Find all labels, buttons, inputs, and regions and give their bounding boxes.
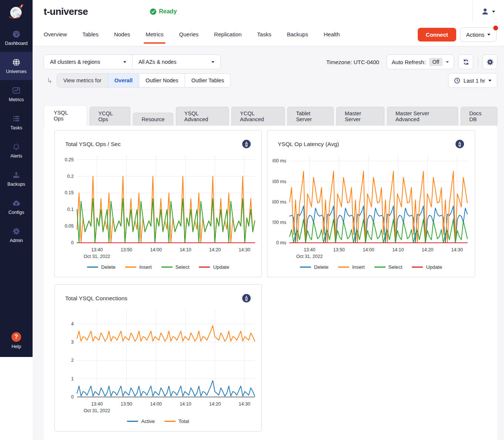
sidebar-item-universes[interactable]: Universes	[0, 52, 33, 80]
actions-button[interactable]: Actions	[460, 27, 497, 42]
legend-item-delete[interactable]: Delete	[300, 264, 328, 270]
x-tick-label: 14:30	[239, 247, 250, 252]
tab-overview[interactable]: Overview	[44, 24, 67, 46]
auto-refresh-value: Off	[429, 58, 443, 66]
legend-label: Insert	[352, 264, 365, 270]
sidebar: Dashboard Universes Metrics	[0, 0, 33, 357]
time-range-select[interactable]: Last 1 hr	[448, 73, 497, 88]
user-menu[interactable]	[472, 1, 504, 22]
legend-item-delete[interactable]: Delete	[87, 264, 116, 270]
sidebar-item-label: Alerts	[10, 153, 22, 159]
sidebar-item-tasks[interactable]: Tasks	[0, 108, 33, 136]
metric-tab-ysql-advanced[interactable]: YSQL Advanced	[176, 107, 229, 126]
x-tick-label: 14:30	[451, 247, 463, 252]
chevron-down-icon	[492, 11, 495, 13]
prometheus-icon[interactable]	[242, 139, 251, 149]
tab-metrics[interactable]: Metrics	[146, 24, 163, 46]
scope-outlier-nodes[interactable]: Outlier Nodes	[139, 74, 185, 87]
tab-tables[interactable]: Tables	[83, 24, 99, 46]
x-tick-label: 14:30	[239, 401, 250, 407]
x-tick-label: 14:10	[180, 401, 191, 407]
metric-tab-ycql-ops[interactable]: YCQL Ops	[90, 107, 130, 126]
chart-plot[interactable]: 0123413:40Oct 31, 202213:5014:0014:1014:…	[60, 306, 256, 418]
series-line-total	[77, 325, 255, 341]
legend-swatch	[161, 267, 173, 268]
timezone-label: Timezone: UTC-0400	[326, 59, 379, 65]
x-axis-date-label: Oct 31, 2022	[84, 254, 110, 259]
chart-legend: ActiveTotal	[60, 419, 256, 424]
sidebar-item-configs[interactable]: Configs	[0, 193, 33, 221]
tab-backups[interactable]: Backups	[287, 24, 308, 46]
y-tick-label: 3	[71, 340, 74, 345]
scope-overall[interactable]: Overall	[108, 74, 139, 87]
tab-health[interactable]: Health	[324, 24, 340, 46]
sidebar-item-label: Backups	[7, 182, 25, 187]
metric-tab-master-server-advanced[interactable]: Master Server Advanced	[387, 107, 458, 126]
azs-nodes-select[interactable]: All AZs & nodes	[132, 55, 220, 69]
metric-tab-ysql-ops[interactable]: YSQL Ops	[44, 105, 87, 126]
list-icon	[12, 114, 21, 123]
sidebar-item-label: Universes	[6, 69, 27, 74]
tab-replication[interactable]: Replication	[214, 24, 241, 46]
brand-logo[interactable]	[0, 0, 33, 24]
legend-item-select[interactable]: Select	[374, 264, 403, 270]
title-row: t-universe Ready	[33, 0, 504, 23]
help-icon: ?	[11, 332, 21, 342]
x-axis-date-label: Oct 31, 2022	[296, 254, 323, 259]
x-tick-label: 13:40	[91, 247, 103, 252]
legend-item-insert[interactable]: Insert	[338, 264, 365, 270]
clusters-regions-select[interactable]: All clusters & regions	[44, 55, 132, 69]
chart-plot[interactable]: 00.050.10.150.20.2513:40Oct 31, 202213:5…	[60, 152, 256, 264]
clusters-regions-value: All clusters & regions	[50, 59, 100, 65]
prometheus-icon[interactable]	[455, 139, 464, 149]
x-axis-date-label: Oct 31, 2022	[84, 408, 110, 413]
metrics-panel: Total YSQL Ops / Sec 00.050.10.150.	[44, 126, 497, 440]
sidebar-item-metrics[interactable]: Metrics	[0, 80, 33, 108]
chart-card-ysql-op-latency: YSQL Op Latency (Avg) 0 ms200 ms400	[267, 130, 475, 277]
legend-label: Delete	[314, 264, 328, 270]
tab-tasks[interactable]: Tasks	[257, 24, 271, 46]
legend-swatch	[125, 267, 136, 268]
chart-card-total-ysql-connections: Total YSQL Connections 0123413:40Oc	[54, 284, 262, 431]
legend-swatch	[164, 421, 176, 422]
sidebar-item-backups[interactable]: Backups	[0, 165, 33, 193]
x-tick-label: 14:20	[209, 247, 221, 252]
metrics-content: All clusters & regions All AZs & nodes T…	[33, 46, 504, 440]
y-tick-label: 0.2	[67, 174, 74, 179]
y-tick-label: 800 ms	[273, 158, 286, 163]
chart-plot[interactable]: 0 ms200 ms400 ms600 ms800 ms13:40Oct 31,…	[273, 152, 470, 264]
metric-tab-resource[interactable]: Resource	[133, 113, 173, 126]
legend-item-update[interactable]: Update	[199, 264, 229, 270]
refresh-button[interactable]	[458, 54, 473, 69]
legend-label: Active	[141, 419, 155, 424]
globe-rocket-icon	[6, 2, 26, 22]
scope-outlier-tables[interactable]: Outlier Tables	[185, 74, 230, 87]
auto-refresh-select[interactable]: Auto Refresh: Off	[387, 54, 454, 69]
x-tick-label: 13:50	[333, 247, 345, 252]
legend-item-insert[interactable]: Insert	[125, 264, 152, 270]
tab-queries[interactable]: Queries	[179, 24, 199, 46]
auto-refresh-label: Auto Refresh:	[392, 59, 426, 65]
legend-item-select[interactable]: Select	[161, 264, 190, 270]
metric-tab-tablet-server[interactable]: Tablet Server	[287, 107, 334, 126]
sidebar-item-admin[interactable]: Admin	[0, 221, 33, 249]
sidebar-item-alerts[interactable]: Alerts	[0, 136, 33, 165]
connect-button[interactable]: Connect	[418, 28, 456, 42]
sidebar-item-dashboard[interactable]: Dashboard	[0, 24, 33, 52]
sidebar-item-label: Dashboard	[5, 41, 27, 46]
legend-item-update[interactable]: Update	[412, 264, 442, 270]
x-tick-label: 13:50	[121, 247, 132, 252]
prometheus-icon[interactable]	[242, 294, 251, 303]
user-icon	[481, 7, 490, 16]
legend-item-total[interactable]: Total	[164, 419, 189, 424]
metric-tab-ycql-advanced[interactable]: YCQL Advanced	[231, 107, 285, 126]
metric-tab-master-server[interactable]: Master Server	[336, 107, 384, 126]
y-tick-label: 400 ms	[273, 199, 286, 205]
legend-swatch	[374, 267, 385, 268]
sidebar-item-help[interactable]: ? Help	[0, 327, 33, 355]
series-line-select	[290, 219, 467, 243]
legend-item-active[interactable]: Active	[127, 419, 155, 424]
metric-tab-docs-db[interactable]: Docs DB	[461, 107, 497, 126]
settings-button[interactable]	[483, 54, 497, 69]
tab-nodes[interactable]: Nodes	[114, 24, 130, 46]
